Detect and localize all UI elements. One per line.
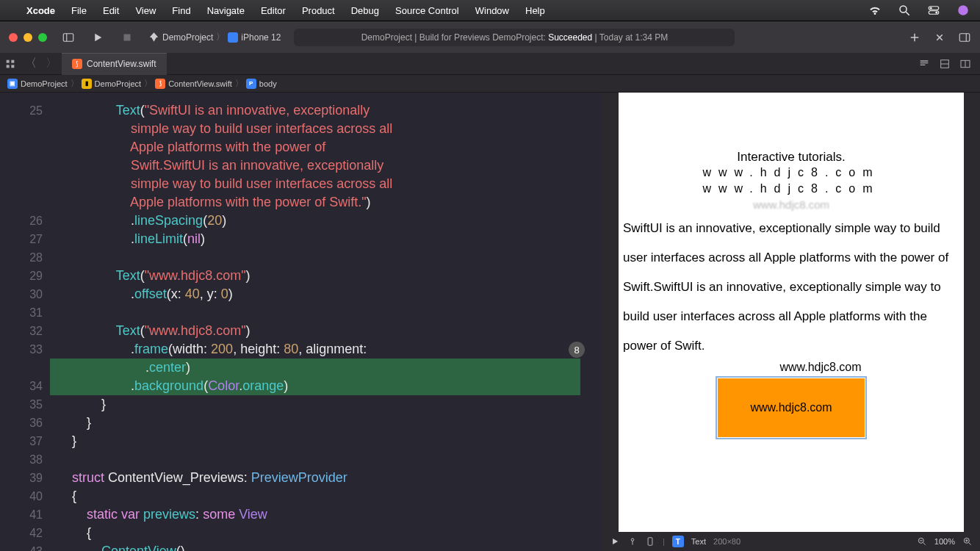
status-time: | Today at 1:34 PM: [595, 32, 669, 43]
nav-back-button[interactable]: 〈: [21, 56, 41, 71]
menu-product[interactable]: Product: [302, 5, 335, 16]
preview-tracked-2: www.hdjc8.com: [619, 181, 964, 197]
svg-point-6: [958, 5, 968, 15]
zoom-in-button[interactable]: [962, 536, 973, 547]
stop-button[interactable]: [119, 29, 135, 46]
app-menu[interactable]: Xcode: [26, 5, 55, 16]
menu-edit[interactable]: Edit: [103, 5, 119, 16]
editor-tabbar: 〈 〉 ⟆ ContentView.swift: [0, 53, 980, 75]
status-result: Succeeded: [548, 32, 592, 43]
spotlight-icon[interactable]: [898, 4, 911, 17]
preview-live-button[interactable]: [610, 536, 620, 547]
menu-help[interactable]: Help: [525, 5, 545, 16]
menu-find[interactable]: Find: [172, 5, 190, 16]
svg-point-5: [935, 12, 937, 14]
svg-line-25: [923, 543, 926, 545]
activity-status: DemoProject | Build for Previews DemoPro…: [294, 29, 735, 46]
menu-debug[interactable]: Debug: [351, 5, 379, 16]
folder-icon: ▮: [82, 79, 92, 89]
library-button[interactable]: [933, 31, 946, 44]
jumpbar-item-2[interactable]: ContentView.swift: [168, 79, 232, 88]
svg-point-20: [631, 539, 634, 541]
xcode-toolbar: DemoProject 〉 iPhone 12 DemoProject | Bu…: [0, 21, 980, 53]
add-button[interactable]: [908, 31, 921, 44]
project-icon: ▣: [7, 79, 18, 89]
selection-type-icon: T: [672, 536, 684, 547]
svg-rect-7: [63, 33, 73, 41]
preview-pane: Interactive tutorials. www.hdjc8.com www…: [602, 93, 980, 551]
preview-title: Interactive tutorials.: [619, 150, 964, 165]
macos-menubar: Xcode File Edit View Find Navigate Edito…: [0, 0, 980, 21]
zoom-out-button[interactable]: [917, 536, 927, 547]
jumpbar-item-3[interactable]: body: [259, 79, 277, 88]
svg-point-4: [930, 7, 932, 10]
menu-view[interactable]: View: [135, 5, 156, 16]
svg-point-0: [900, 6, 907, 12]
scheme-device-label: iPhone 12: [241, 32, 281, 43]
scheme-project-label: DemoProject: [162, 32, 213, 43]
preview-canvas[interactable]: Interactive tutorials. www.hdjc8.com www…: [619, 93, 964, 532]
svg-rect-15: [11, 65, 14, 68]
preview-box-label: www.hdjc8.com: [750, 401, 832, 414]
close-window-button[interactable]: [9, 33, 18, 42]
add-editor-button[interactable]: [959, 58, 971, 70]
zoom-level[interactable]: 100%: [934, 537, 955, 546]
siri-icon[interactable]: [956, 4, 970, 17]
menu-source-control[interactable]: Source Control: [395, 5, 459, 16]
swift-file-icon: ⟆: [72, 59, 82, 69]
selection-dims: 200×80: [713, 537, 741, 546]
adjust-editor-button[interactable]: [939, 58, 951, 70]
preview-pin-button[interactable]: [627, 536, 638, 547]
jumpbar-item-0[interactable]: DemoProject: [21, 79, 68, 88]
minimize-window-button[interactable]: [24, 33, 32, 42]
menu-file[interactable]: File: [71, 5, 87, 16]
preview-bottom-bar: | T Text 200×80 100%: [602, 532, 980, 551]
svg-rect-13: [11, 60, 14, 62]
svg-rect-22: [648, 538, 652, 546]
window-traffic-lights: [9, 33, 47, 42]
minimap-button[interactable]: [918, 58, 930, 70]
selection-type-label: Text: [691, 537, 706, 546]
property-icon: P: [246, 79, 256, 89]
preview-offset-url: www.hdjc8.com: [619, 361, 964, 374]
svg-line-1: [906, 12, 909, 15]
preview-orange-box[interactable]: www.hdjc8.com: [718, 378, 865, 437]
preview-blurred-url: www.hdjc8.com: [619, 198, 964, 211]
menu-window[interactable]: Window: [475, 5, 509, 16]
preview-tracked-1: www.hdjc8.com: [619, 165, 964, 181]
related-items-button[interactable]: [0, 58, 21, 70]
menu-editor[interactable]: Editor: [261, 5, 286, 16]
jumpbar-item-1[interactable]: DemoProject: [95, 79, 142, 88]
zoom-window-button[interactable]: [38, 33, 47, 42]
swift-icon: ⟆: [155, 79, 165, 89]
code-content[interactable]: Text("SwiftUI is an innovative, exceptio…: [57, 101, 597, 551]
svg-line-29: [969, 543, 971, 545]
run-button[interactable]: [90, 29, 106, 46]
svg-rect-14: [7, 65, 10, 68]
control-center-icon[interactable]: [927, 4, 940, 17]
status-prefix: DemoProject | Build for Previews DemoPro…: [361, 32, 546, 43]
file-tab[interactable]: ⟆ ContentView.swift: [62, 53, 167, 75]
preview-paragraph: SwiftUI is an innovative, exceptionally …: [619, 214, 964, 361]
line-gutter: 25262728293031323334353637383940414243: [0, 101, 50, 551]
code-editor[interactable]: 25262728293031323334353637383940414243 T…: [0, 93, 602, 551]
wifi-icon[interactable]: [868, 4, 882, 17]
device-icon: [228, 32, 238, 43]
nav-forward-button[interactable]: 〉: [41, 56, 62, 71]
file-tab-label: ContentView.swift: [87, 59, 156, 69]
preview-device-button[interactable]: [645, 536, 655, 547]
jump-bar[interactable]: ▣ DemoProject 〉 ▮ DemoProject 〉 ⟆ Conten…: [0, 75, 980, 93]
scheme-selector[interactable]: DemoProject 〉 iPhone 12: [148, 31, 281, 43]
svg-rect-12: [7, 60, 10, 62]
toggle-inspector-button[interactable]: [958, 31, 971, 44]
menu-navigate[interactable]: Navigate: [207, 5, 245, 16]
svg-rect-10: [959, 33, 970, 41]
toggle-navigator-button[interactable]: [60, 29, 76, 46]
svg-rect-9: [124, 34, 131, 40]
line-annotation-badge[interactable]: 8: [569, 342, 585, 358]
